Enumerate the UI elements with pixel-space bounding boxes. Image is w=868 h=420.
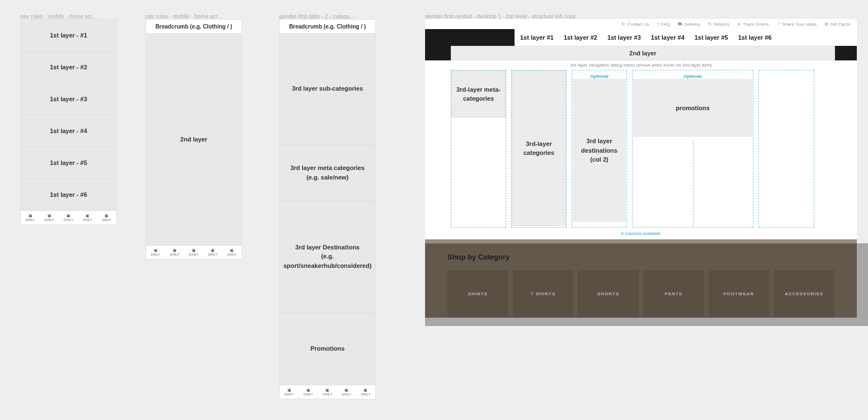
tab-label: DAILY — [83, 218, 92, 221]
first-layer-item-5[interactable]: 1st layer - #5 — [21, 147, 116, 179]
first-layer-nav: 1st layer #11st layer #21st layer #31st … — [515, 29, 857, 46]
tabbar-item[interactable]: ▣DAILY — [356, 385, 375, 399]
utility-link[interactable]: ↻Returns — [708, 22, 729, 27]
mobile-tabbar: ▣DAILY▣DAILY▣DAILY▣DAILY▣DAILY — [21, 211, 116, 224]
link-label: Contact Us — [627, 22, 649, 27]
tabbar-item[interactable]: ▣DAILY — [223, 246, 242, 259]
tab-label: DAILY — [342, 393, 351, 396]
mega-menu-columns: 3rd-layer meta-categories 3rd-layer cate… — [425, 70, 857, 231]
link-icon: ↻ — [621, 22, 625, 27]
tab-icon: ▣ — [154, 248, 158, 252]
second-layer-label[interactable]: 2nd layer — [451, 46, 835, 60]
tab-icon: ▣ — [48, 214, 51, 218]
tab-label: DAILY — [45, 218, 54, 221]
link-label: Returns — [714, 22, 729, 27]
link-label: Share Your Ideas — [782, 22, 817, 27]
tab-label: DAILY — [208, 253, 218, 256]
link-label: Delivery — [684, 22, 700, 27]
link-icon: ⛟ — [678, 22, 682, 27]
category-tile[interactable]: T SHIRTS — [513, 270, 574, 318]
promotions-box[interactable]: promotions — [633, 79, 752, 137]
tab-icon: ▣ — [306, 388, 310, 392]
first-layer-item-3[interactable]: 1st layer - #3 — [21, 83, 116, 115]
utility-link[interactable]: ↻Contact Us — [621, 22, 649, 27]
tabbar-item[interactable]: ▣DAILY — [78, 211, 97, 224]
first-layer-item-6[interactable]: 1st layer - #6 — [21, 179, 116, 211]
meta-categories-box[interactable]: 3rd-layer meta-categories — [451, 70, 506, 117]
breadcrumb[interactable]: Breadcrumb (e.g. Clothing / ) — [280, 20, 375, 33]
tab-label: DAILY — [323, 393, 332, 396]
category-tile[interactable]: PANTS — [643, 270, 704, 318]
tabbar-item[interactable]: ▣DAILY — [146, 246, 165, 259]
link-label: Track Orders — [743, 22, 768, 27]
primary-nav-bar: 1st layer #11st layer #21st layer #31st … — [425, 29, 857, 46]
utility-link[interactable]: ✈Track Orders — [737, 22, 768, 27]
nav-first-layer-item-2[interactable]: 1st layer #2 — [564, 34, 597, 41]
tabbar-item[interactable]: ▣DAILY — [318, 385, 337, 399]
optional-label: Optional — [572, 70, 626, 79]
mobile-tabbar: ▣DAILY▣DAILY▣DAILY▣DAILY▣DAILY — [146, 246, 242, 259]
tab-label: DAILY — [170, 253, 180, 256]
tabbar-item[interactable]: ▣DAILY — [59, 211, 78, 224]
utility-link[interactable]: ⛟Delivery — [678, 22, 700, 27]
link-label: FAQ — [661, 22, 670, 27]
nav-first-layer-item-4[interactable]: 1st layer #4 — [651, 34, 685, 41]
mega-menu-panel: 3rd layer navigation dialog menu (shown … — [425, 60, 857, 239]
breadcrumb[interactable]: Breadcrumb (e.g. Clothing / ) — [146, 20, 242, 33]
tab-label: DAILY — [361, 393, 370, 396]
col-meta-categories: 3rd-layer meta-categories — [451, 70, 506, 228]
tab-label: DAILY — [189, 253, 199, 256]
column-divider — [693, 140, 694, 226]
tab-icon: ▣ — [86, 214, 89, 218]
tab-label: DAILY — [26, 218, 35, 221]
tabbar-item[interactable]: ▣DAILY — [299, 385, 318, 399]
category-tile[interactable]: SHORTS — [578, 270, 639, 318]
category-tile[interactable]: FOOTWEAR — [709, 270, 770, 318]
tabbar-item[interactable]: ▣DAILY — [204, 246, 223, 259]
tab-icon: ▣ — [364, 388, 367, 392]
logo-slot — [425, 29, 515, 46]
tab-icon: ▣ — [192, 248, 196, 252]
col-empty — [758, 70, 814, 228]
tab-icon: ▣ — [173, 248, 177, 252]
first-layer-item-4[interactable]: 1st layer - #4 — [21, 115, 116, 147]
tab-icon: ▣ — [211, 248, 215, 252]
utility-link[interactable]: ♡Share Your Ideas — [777, 22, 817, 27]
desktop-frame: ↻Contact Us?FAQ⛟Delivery↻Returns✈Track O… — [425, 19, 857, 318]
shop-by-category-title: Shop by Category — [447, 253, 834, 261]
category-tile[interactable]: ACCESSORIES — [773, 270, 834, 318]
mobile-frame-3: Breadcrumb (e.g. Clothing / ) 3rd layer … — [279, 19, 376, 399]
tabbar-item[interactable]: ▣DAILY — [97, 211, 116, 224]
tab-icon: ▣ — [230, 248, 234, 252]
nav-spacer-right — [835, 46, 857, 60]
tabbar-item[interactable]: ▣DAILY — [165, 246, 184, 259]
tabbar-item[interactable]: ▣DAILY — [280, 385, 299, 399]
nav-spacer-left — [425, 46, 451, 60]
tabbar-item[interactable]: ▣DAILY — [21, 211, 40, 224]
third-layer-row-4[interactable]: Promotions — [280, 313, 375, 385]
nav-first-layer-item-3[interactable]: 1st layer #3 — [607, 34, 641, 41]
nav-first-layer-item-1[interactable]: 1st layer #1 — [520, 34, 554, 41]
dialog-caption: 3rd layer navigation dialog menu (shown … — [425, 63, 857, 68]
third-layer-row-3[interactable]: 3rd layer Destinations (e.g. sport/sneak… — [280, 201, 375, 313]
tabbar-item[interactable]: ▣DAILY — [40, 211, 59, 224]
tab-label: DAILY — [102, 218, 111, 221]
destinations-box[interactable]: 3rd layer destinations (col 2) — [573, 79, 626, 222]
category-tile[interactable]: SHIRTS — [447, 270, 508, 318]
utility-link[interactable]: ?FAQ — [657, 22, 670, 27]
tabbar-item[interactable]: ▣DAILY — [337, 385, 356, 399]
tabbar-item[interactable]: ▣DAILY — [184, 246, 203, 259]
categories-box[interactable]: 3rd-layer categories — [512, 70, 566, 226]
first-layer-item-2[interactable]: 1st layer - #2 — [21, 51, 116, 83]
second-layer-panel[interactable]: 2nd layer — [146, 33, 242, 246]
first-layer-item-1[interactable]: 1st layer - #1 — [21, 20, 116, 51]
col-destinations: Optional 3rd layer destinations (col 2) — [572, 70, 627, 228]
link-icon: ↻ — [708, 22, 712, 27]
third-layer-row-2[interactable]: 3rd layer meta categories (e.g. sale/new… — [280, 145, 375, 201]
tab-label: DAILY — [285, 393, 294, 396]
mobile-frame-1: 1st layer - #11st layer - #21st layer - … — [20, 19, 117, 225]
third-layer-row-1[interactable]: 3rd layer sub-categories — [280, 33, 375, 145]
nav-first-layer-item-6[interactable]: 1st layer #6 — [738, 34, 772, 41]
nav-first-layer-item-5[interactable]: 1st layer #5 — [695, 34, 728, 41]
utility-link[interactable]: ⊞Gift Cards — [824, 22, 850, 27]
